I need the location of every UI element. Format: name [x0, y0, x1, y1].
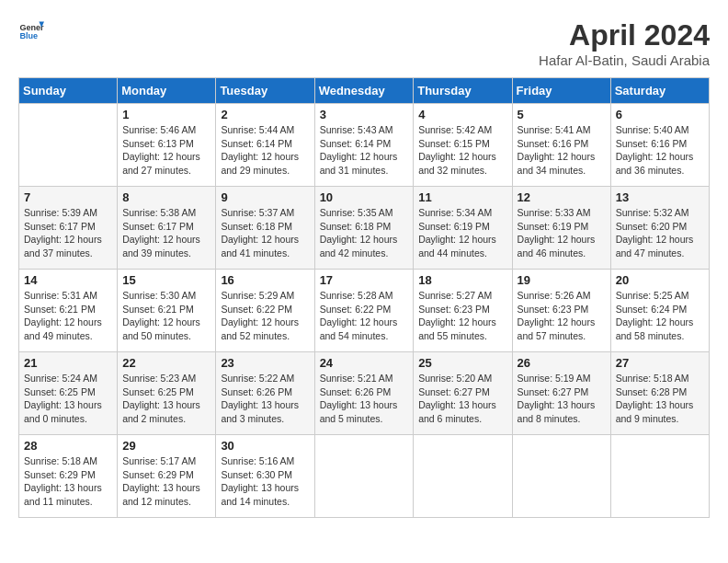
calendar-cell: 28Sunrise: 5:18 AMSunset: 6:29 PMDayligh… — [19, 435, 118, 518]
day-info: Sunrise: 5:17 AMSunset: 6:29 PMDaylight:… — [122, 454, 210, 509]
calendar-day-header: Monday — [118, 78, 216, 104]
calendar-cell: 16Sunrise: 5:29 AMSunset: 6:22 PMDayligh… — [216, 270, 314, 352]
day-info: Sunrise: 5:44 AMSunset: 6:14 PMDaylight:… — [221, 123, 309, 178]
day-number: 19 — [518, 273, 606, 287]
calendar-cell: 5Sunrise: 5:41 AMSunset: 6:16 PMDaylight… — [512, 104, 610, 187]
day-number: 20 — [616, 273, 704, 287]
calendar-cell: 17Sunrise: 5:28 AMSunset: 6:22 PMDayligh… — [314, 270, 414, 352]
day-number: 4 — [418, 108, 506, 121]
day-info: Sunrise: 5:32 AMSunset: 6:20 PMDaylight:… — [616, 206, 704, 260]
day-info: Sunrise: 5:37 AMSunset: 6:18 PMDaylight:… — [221, 206, 309, 260]
day-info: Sunrise: 5:19 AMSunset: 6:27 PMDaylight:… — [518, 372, 606, 426]
calendar-cell: 4Sunrise: 5:42 AMSunset: 6:15 PMDaylight… — [414, 104, 512, 187]
calendar-cell: 24Sunrise: 5:21 AMSunset: 6:26 PMDayligh… — [314, 352, 414, 435]
day-info: Sunrise: 5:16 AMSunset: 6:30 PMDaylight:… — [221, 454, 309, 509]
main-title: April 2024 — [539, 18, 710, 52]
day-number: 25 — [418, 356, 506, 370]
day-number: 8 — [122, 190, 210, 204]
day-number: 2 — [221, 108, 309, 121]
day-number: 28 — [24, 439, 112, 453]
title-block: April 2024 Hafar Al-Batin, Saudi Arabia — [539, 18, 710, 68]
day-number: 1 — [122, 108, 210, 121]
calendar-week-row: 28Sunrise: 5:18 AMSunset: 6:29 PMDayligh… — [19, 435, 710, 518]
day-info: Sunrise: 5:28 AMSunset: 6:22 PMDaylight:… — [320, 289, 409, 343]
calendar-cell: 18Sunrise: 5:27 AMSunset: 6:23 PMDayligh… — [414, 270, 512, 352]
calendar-cell: 27Sunrise: 5:18 AMSunset: 6:28 PMDayligh… — [610, 352, 709, 435]
day-info: Sunrise: 5:39 AMSunset: 6:17 PMDaylight:… — [24, 206, 112, 260]
calendar-table: SundayMondayTuesdayWednesdayThursdayFrid… — [18, 77, 710, 518]
calendar-cell: 15Sunrise: 5:30 AMSunset: 6:21 PMDayligh… — [118, 270, 216, 352]
calendar-week-row: 1Sunrise: 5:46 AMSunset: 6:13 PMDaylight… — [19, 104, 710, 187]
day-info: Sunrise: 5:34 AMSunset: 6:19 PMDaylight:… — [418, 206, 506, 260]
day-info: Sunrise: 5:42 AMSunset: 6:15 PMDaylight:… — [418, 123, 506, 178]
day-number: 5 — [518, 108, 606, 121]
calendar-week-row: 21Sunrise: 5:24 AMSunset: 6:25 PMDayligh… — [19, 352, 710, 435]
calendar-cell: 26Sunrise: 5:19 AMSunset: 6:27 PMDayligh… — [512, 352, 610, 435]
calendar-cell: 1Sunrise: 5:46 AMSunset: 6:13 PMDaylight… — [118, 104, 216, 187]
day-info: Sunrise: 5:18 AMSunset: 6:29 PMDaylight:… — [24, 454, 112, 509]
day-number: 24 — [320, 356, 409, 370]
day-number: 26 — [518, 356, 606, 370]
calendar-cell — [512, 435, 610, 518]
day-number: 22 — [122, 356, 210, 370]
calendar-cell — [414, 435, 512, 518]
day-info: Sunrise: 5:41 AMSunset: 6:16 PMDaylight:… — [518, 123, 606, 178]
day-number: 13 — [616, 190, 704, 204]
day-number: 27 — [616, 356, 704, 370]
day-number: 29 — [122, 439, 210, 453]
day-info: Sunrise: 5:43 AMSunset: 6:14 PMDaylight:… — [320, 123, 409, 178]
calendar-header-row: SundayMondayTuesdayWednesdayThursdayFrid… — [19, 78, 710, 104]
calendar-week-row: 7Sunrise: 5:39 AMSunset: 6:17 PMDaylight… — [19, 187, 710, 270]
calendar-cell — [19, 104, 118, 187]
calendar-cell: 20Sunrise: 5:25 AMSunset: 6:24 PMDayligh… — [610, 270, 709, 352]
day-number: 18 — [418, 273, 506, 287]
day-number: 15 — [122, 273, 210, 287]
calendar-cell: 14Sunrise: 5:31 AMSunset: 6:21 PMDayligh… — [19, 270, 118, 352]
day-info: Sunrise: 5:18 AMSunset: 6:28 PMDaylight:… — [616, 372, 704, 426]
calendar-cell: 21Sunrise: 5:24 AMSunset: 6:25 PMDayligh… — [19, 352, 118, 435]
calendar-cell: 29Sunrise: 5:17 AMSunset: 6:29 PMDayligh… — [118, 435, 216, 518]
calendar-cell: 12Sunrise: 5:33 AMSunset: 6:19 PMDayligh… — [512, 187, 610, 270]
calendar-cell: 7Sunrise: 5:39 AMSunset: 6:17 PMDaylight… — [19, 187, 118, 270]
day-number: 30 — [221, 439, 309, 453]
calendar-day-header: Sunday — [19, 78, 118, 104]
day-info: Sunrise: 5:33 AMSunset: 6:19 PMDaylight:… — [518, 206, 606, 260]
calendar-cell: 13Sunrise: 5:32 AMSunset: 6:20 PMDayligh… — [610, 187, 709, 270]
calendar-cell — [314, 435, 414, 518]
day-info: Sunrise: 5:21 AMSunset: 6:26 PMDaylight:… — [320, 372, 409, 426]
day-number: 14 — [24, 273, 112, 287]
day-info: Sunrise: 5:46 AMSunset: 6:13 PMDaylight:… — [122, 123, 210, 178]
calendar-cell: 3Sunrise: 5:43 AMSunset: 6:14 PMDaylight… — [314, 104, 414, 187]
day-number: 12 — [518, 190, 606, 204]
calendar-cell — [610, 435, 709, 518]
calendar-day-header: Wednesday — [314, 78, 414, 104]
calendar-day-header: Friday — [512, 78, 610, 104]
calendar-cell: 6Sunrise: 5:40 AMSunset: 6:16 PMDaylight… — [610, 104, 709, 187]
logo: General Blue — [18, 18, 44, 44]
day-number: 6 — [616, 108, 704, 121]
svg-text:Blue: Blue — [19, 31, 38, 40]
day-info: Sunrise: 5:27 AMSunset: 6:23 PMDaylight:… — [418, 289, 506, 343]
day-info: Sunrise: 5:25 AMSunset: 6:24 PMDaylight:… — [616, 289, 704, 343]
calendar-day-header: Saturday — [610, 78, 709, 104]
calendar-cell: 11Sunrise: 5:34 AMSunset: 6:19 PMDayligh… — [414, 187, 512, 270]
page-header: General Blue April 2024 Hafar Al-Batin, … — [18, 18, 710, 68]
logo-icon: General Blue — [18, 18, 44, 44]
calendar-cell: 2Sunrise: 5:44 AMSunset: 6:14 PMDaylight… — [216, 104, 314, 187]
day-number: 10 — [320, 190, 409, 204]
calendar-week-row: 14Sunrise: 5:31 AMSunset: 6:21 PMDayligh… — [19, 270, 710, 352]
day-info: Sunrise: 5:26 AMSunset: 6:23 PMDaylight:… — [518, 289, 606, 343]
day-number: 11 — [418, 190, 506, 204]
day-info: Sunrise: 5:31 AMSunset: 6:21 PMDaylight:… — [24, 289, 112, 343]
day-number: 16 — [221, 273, 309, 287]
day-info: Sunrise: 5:29 AMSunset: 6:22 PMDaylight:… — [221, 289, 309, 343]
day-info: Sunrise: 5:30 AMSunset: 6:21 PMDaylight:… — [122, 289, 210, 343]
calendar-cell: 25Sunrise: 5:20 AMSunset: 6:27 PMDayligh… — [414, 352, 512, 435]
calendar-day-header: Tuesday — [216, 78, 314, 104]
calendar-cell: 22Sunrise: 5:23 AMSunset: 6:25 PMDayligh… — [118, 352, 216, 435]
day-info: Sunrise: 5:40 AMSunset: 6:16 PMDaylight:… — [616, 123, 704, 178]
subtitle: Hafar Al-Batin, Saudi Arabia — [539, 52, 710, 68]
calendar-cell: 9Sunrise: 5:37 AMSunset: 6:18 PMDaylight… — [216, 187, 314, 270]
day-info: Sunrise: 5:24 AMSunset: 6:25 PMDaylight:… — [24, 372, 112, 426]
day-number: 23 — [221, 356, 309, 370]
